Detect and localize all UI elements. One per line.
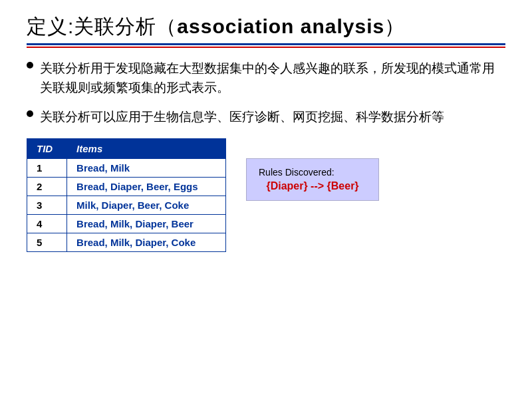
bottom-section: TID Items 1Bread, Milk2Bread, Diaper, Be… <box>27 138 505 252</box>
slide-container: 定义:关联分析（association analysis） 关联分析用于发现隐藏… <box>0 0 532 399</box>
title-bold: association analysis <box>177 15 384 37</box>
title-prefix: 定义:关联分析（ <box>27 15 177 37</box>
table-cell-tid-5: 5 <box>27 233 67 252</box>
divider-line-red <box>27 47 505 48</box>
bullet-dot-2 <box>27 110 33 117</box>
title-suffix: ） <box>384 15 405 37</box>
bullet-item-2: 关联分析可以应用于生物信息学、医疗诊断、网页挖掘、科学数据分析等 <box>27 107 505 126</box>
table-cell-items-3: Milk, Diaper, Beer, Coke <box>67 196 226 215</box>
table-cell-tid-4: 4 <box>27 215 67 233</box>
table-cell-items-4: Bread, Milk, Diaper, Beer <box>67 215 226 233</box>
table-cell-items-5: Bread, Milk, Diaper, Coke <box>67 233 226 252</box>
table-cell-items-1: Bread, Milk <box>67 159 226 178</box>
table-row: 4Bread, Milk, Diaper, Beer <box>27 215 226 233</box>
bullet-text-1: 关联分析用于发现隐藏在大型数据集中的令人感兴趣的联系，所发现的模式通常用关联规则… <box>40 59 505 98</box>
table-row: 5Bread, Milk, Diaper, Coke <box>27 233 226 252</box>
table-cell-tid-3: 3 <box>27 196 67 215</box>
table-cell-items-2: Bread, Diaper, Beer, Eggs <box>67 178 226 196</box>
bullet-text-2: 关联分析可以应用于生物信息学、医疗诊断、网页挖掘、科学数据分析等 <box>40 107 444 126</box>
bullet-section: 关联分析用于发现隐藏在大型数据集中的令人感兴趣的联系，所发现的模式通常用关联规则… <box>27 59 505 126</box>
rules-box: Rules Discovered: {Diaper} --> {Beer} <box>246 158 379 201</box>
table-header-tid: TID <box>27 139 67 159</box>
title-divider <box>27 43 505 48</box>
table-cell-tid-2: 2 <box>27 178 67 196</box>
data-table: TID Items 1Bread, Milk2Bread, Diaper, Be… <box>27 138 226 252</box>
table-row: 3Milk, Diaper, Beer, Coke <box>27 196 226 215</box>
table-row: 1Bread, Milk <box>27 159 226 178</box>
bullet-dot-1 <box>27 62 33 68</box>
table-header-row: TID Items <box>27 139 226 159</box>
table-cell-tid-1: 1 <box>27 159 67 178</box>
bullet-item-1: 关联分析用于发现隐藏在大型数据集中的令人感兴趣的联系，所发现的模式通常用关联规则… <box>27 59 505 98</box>
rules-label: Rules Discovered: <box>259 167 366 178</box>
divider-line-blue <box>27 43 505 45</box>
rules-content: {Diaper} --> {Beer} <box>259 180 366 192</box>
title-section: 定义:关联分析（association analysis） <box>27 13 505 39</box>
page-title: 定义:关联分析（association analysis） <box>27 13 505 39</box>
table-header-items: Items <box>67 139 226 159</box>
table-row: 2Bread, Diaper, Beer, Eggs <box>27 178 226 196</box>
